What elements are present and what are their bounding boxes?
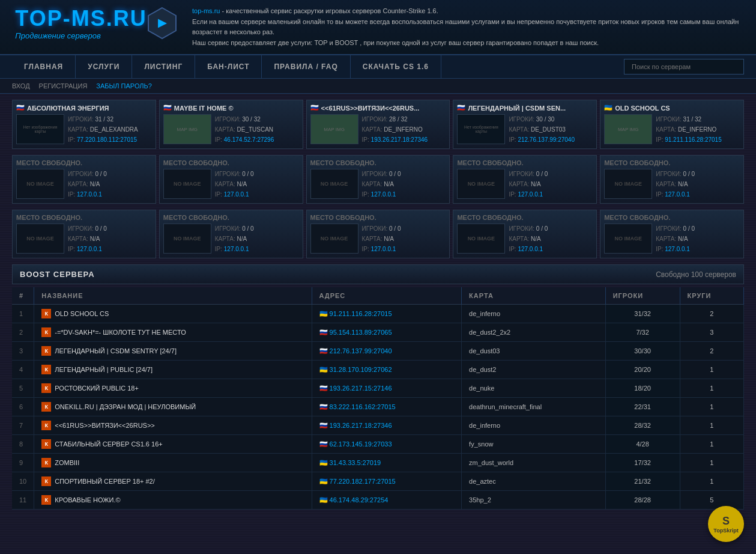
free-slot-card[interactable]: МЕСТО СВОБОДНО. NO IMAGE ИГРОКИ: 0 / 0 К… [159, 210, 303, 258]
server-map-image: Нет изображения карты [457, 114, 505, 144]
row-rounds: 1 [680, 416, 743, 435]
auth-forgot[interactable]: ЗАБЫЛ ПАРОЛЬ? [96, 82, 152, 90]
server-rank-icon: К [41, 327, 51, 337]
nav-bar: ГЛАВНАЯ УСЛУГИ ЛИСТИНГ БАН-ЛИСТ ПРАВИЛА … [0, 55, 756, 79]
server-map-image: MAP IMG [310, 114, 358, 144]
row-rounds: 1 [680, 361, 743, 379]
boost-table-row[interactable]: 6 К ONEKILL.RU | ДЭЗРАН МОД | НЕУЛОВИМЫЙ… [12, 398, 744, 416]
svg-text:▶: ▶ [158, 17, 168, 29]
row-map: de_inferno [462, 416, 606, 435]
free-slot-body: NO IMAGE ИГРОКИ: 0 / 0 КАРТА: N/A IP: 12… [457, 169, 593, 199]
boost-table-row[interactable]: 5 К РОСТОВСКИЙ PUBLIC 18+ 🇷🇺 193.26.217.… [12, 379, 744, 398]
row-players: 20/20 [605, 361, 680, 379]
row-num: 1 [12, 305, 34, 323]
boost-table-row[interactable]: 4 К ЛЕГЕНДАРНЫЙ | PUBLIC [24/7] 🇺🇦 31.28… [12, 361, 744, 379]
row-num: 10 [12, 472, 34, 491]
free-slot-card[interactable]: МЕСТО СВОБОДНО. NO IMAGE ИГРОКИ: 0 / 0 К… [600, 210, 744, 258]
nav-services[interactable]: УСЛУГИ [76, 55, 132, 78]
row-map: fy_snow [462, 435, 606, 454]
free-slot-body: NO IMAGE ИГРОКИ: 0 / 0 КАРТА: N/A IP: 12… [163, 224, 299, 254]
boost-table-row[interactable]: 8 К СТАБИЛЬНЫЙ СЕРВЕР CS1.6 16+ 🇷🇺 62.17… [12, 435, 744, 454]
free-slot-card[interactable]: МЕСТО СВОБОДНО. NO IMAGE ИГРОКИ: 0 / 0 К… [453, 210, 597, 258]
free-slot-body: NO IMAGE ИГРОКИ: 0 / 0 КАРТА: N/A IP: 12… [457, 224, 593, 254]
no-image-placeholder: NO IMAGE [604, 169, 652, 199]
boost-title: BOOST СЕРВЕРА [20, 270, 95, 279]
free-slot-card[interactable]: МЕСТО СВОБОДНО. NO IMAGE ИГРОКИ: 0 / 0 К… [306, 155, 450, 204]
server-ip-link[interactable]: 62.173.145.19:27033 [330, 440, 392, 448]
boost-table-row[interactable]: 7 К <<61RUS>>ВИТЯЗИ<<26RUS>> 🇷🇺 193.26.2… [12, 416, 744, 435]
server-ip-link[interactable]: 83.222.116.162:27015 [330, 403, 396, 410]
nav-download[interactable]: СКАЧАТЬ CS 1.6 [351, 55, 441, 78]
auth-register[interactable]: РЕГИСТРАЦИЯ [39, 82, 88, 90]
row-ip: 🇺🇦 31.43.33.5:27019 [312, 454, 462, 472]
auth-login[interactable]: ВХОД [12, 82, 30, 90]
boost-table-row[interactable]: 10 К СПОРТИВНЫЙ СЕРВЕР 18+ #2/ 🇺🇦 77.220… [12, 472, 744, 491]
server-ip-link[interactable]: 193.26.217.15:27146 [330, 385, 392, 392]
col-rounds: КРУГИ [680, 287, 743, 305]
row-num: 9 [12, 454, 34, 472]
free-slot-card[interactable]: МЕСТО СВОБОДНО. NO IMAGE ИГРОКИ: 0 / 0 К… [12, 210, 156, 258]
server-ip-link[interactable]: 31.28.170.109:27062 [330, 366, 392, 373]
row-name: К <<61RUS>>ВИТЯЗИ<<26RUS>> [34, 416, 312, 435]
server-ip-link[interactable]: 46.174.48.29:27254 [330, 496, 389, 504]
row-flag: 🇺🇦 [319, 459, 328, 466]
server-name-text: СТАБИЛЬНЫЙ СЕРВЕР CS1.6 16+ [55, 440, 162, 448]
server-ip-link[interactable]: 77.220.182.177:27015 [330, 478, 396, 485]
server-name-text: ONEKILL.RU | ДЭЗРАН МОД | НЕУЛОВИМЫЙ [55, 403, 196, 410]
server-card-title: 🇷🇺 MAYBE IT HOME © [163, 104, 299, 112]
row-ip: 🇷🇺 83.222.116.162:27015 [312, 398, 462, 416]
row-players: 28/28 [605, 491, 680, 510]
server-ip-link[interactable]: 193.26.217.18:27346 [330, 422, 392, 429]
row-ip: 🇷🇺 95.154.113.89:27065 [312, 323, 462, 342]
server-ip-link[interactable]: 91.211.116.28:27015 [330, 310, 392, 317]
boost-table-row[interactable]: 3 К ЛЕГЕНДАРНЫЙ | CSDM SENTRY [24/7] 🇷🇺 … [12, 342, 744, 361]
row-flag: 🇷🇺 [319, 329, 328, 336]
boost-table-row[interactable]: 11 К КРОВАВЫЕ НОЖИ.© 🇺🇦 46.174.48.29:272… [12, 491, 744, 510]
top-server-card[interactable]: 🇷🇺 ЛЕГЕНДАРНЫЙ | CSDM SEN... Нет изображ… [453, 100, 597, 149]
boost-table-row[interactable]: 2 К -=*DV-SAKH*=- ШКОЛОТЕ ТУТ НЕ МЕСТО 🇷… [12, 323, 744, 342]
row-players: 28/32 [605, 416, 680, 435]
search-input[interactable] [624, 59, 744, 75]
server-map-image: MAP IMG [163, 114, 211, 144]
free-slot-card[interactable]: МЕСТО СВОБОДНО. NO IMAGE ИГРОКИ: 0 / 0 К… [12, 155, 156, 204]
col-map: КАРТА [462, 287, 606, 305]
server-flag: 🇷🇺 [163, 104, 172, 112]
header-description: top-ms.ru - качественный сервис раскрутк… [192, 6, 744, 48]
row-num: 4 [12, 361, 34, 379]
server-rank-icon: К [41, 346, 51, 356]
server-ip-link[interactable]: 31.43.33.5:27019 [330, 459, 381, 466]
top-server-card[interactable]: 🇷🇺 АБСОЛЮТНАЯ ЭНЕРГИЯ Нет изображения ка… [12, 100, 156, 149]
server-name-text: ЛЕГЕНДАРНЫЙ | CSDM SENTRY [24/7] [55, 347, 177, 355]
boost-table-row[interactable]: 1 К OLD SCHOOL CS 🇺🇦 91.211.116.28:27015… [12, 305, 744, 323]
free-slot-card[interactable]: МЕСТО СВОБОДНО. NO IMAGE ИГРОКИ: 0 / 0 К… [159, 155, 303, 204]
nav-listing[interactable]: ЛИСТИНГ [132, 55, 195, 78]
free-slot-card[interactable]: МЕСТО СВОБОДНО. NO IMAGE ИГРОКИ: 0 / 0 К… [600, 155, 744, 204]
row-ip: 🇷🇺 193.26.217.15:27146 [312, 379, 462, 398]
row-name: К ONEKILL.RU | ДЭЗРАН МОД | НЕУЛОВИМЫЙ [34, 398, 312, 416]
row-name: К КРОВАВЫЕ НОЖИ.© [34, 491, 312, 510]
row-flag: 🇷🇺 [319, 403, 328, 410]
server-card-title: 🇺🇦 OLD SCHOOL CS [604, 104, 740, 112]
row-flag: 🇷🇺 [319, 347, 328, 355]
nav-main[interactable]: ГЛАВНАЯ [12, 55, 76, 78]
free-slot-card[interactable]: МЕСТО СВОБОДНО. NO IMAGE ИГРОКИ: 0 / 0 К… [306, 210, 450, 258]
free-slot-body: NO IMAGE ИГРОКИ: 0 / 0 КАРТА: N/A IP: 12… [310, 224, 446, 254]
server-ip-link[interactable]: 95.154.113.89:27065 [330, 329, 392, 336]
server-info: ИГРОКИ: 0 / 0 КАРТА: N/A IP: 127.0.0.1 [362, 224, 401, 254]
row-name: К ЛЕГЕНДАРНЫЙ | CSDM SENTRY [24/7] [34, 342, 312, 361]
row-num: 7 [12, 416, 34, 435]
nav-ban[interactable]: БАН-ЛИСТ [195, 55, 262, 78]
top-server-card[interactable]: 🇷🇺 <<61RUS>>ВИТЯЗИ<<26RUS... MAP IMG ИГР… [306, 100, 450, 149]
server-card-body: MAP IMG ИГРОКИ: 31 / 32 КАРТА: DE_INFERN… [604, 114, 740, 145]
row-players: 21/32 [605, 472, 680, 491]
no-image-placeholder: NO IMAGE [457, 169, 505, 199]
top-server-card[interactable]: 🇷🇺 MAYBE IT HOME © MAP IMG ИГРОКИ: 30 / … [159, 100, 303, 149]
free-slot-card[interactable]: МЕСТО СВОБОДНО. NO IMAGE ИГРОКИ: 0 / 0 К… [453, 155, 597, 204]
nav-rules[interactable]: ПРАВИЛА / FAQ [262, 55, 350, 78]
server-ip-link[interactable]: 212.76.137.99:27040 [330, 347, 392, 355]
row-name: К СПОРТИВНЫЙ СЕРВЕР 18+ #2/ [34, 472, 312, 491]
server-map-image: Нет изображения карты [16, 114, 64, 144]
top-server-card[interactable]: 🇺🇦 OLD SCHOOL CS MAP IMG ИГРОКИ: 31 / 32… [600, 100, 744, 149]
row-players: 31/32 [605, 305, 680, 323]
boost-table-row[interactable]: 9 К ZOMBIII 🇺🇦 31.43.33.5:27019 zm_dust_… [12, 454, 744, 472]
